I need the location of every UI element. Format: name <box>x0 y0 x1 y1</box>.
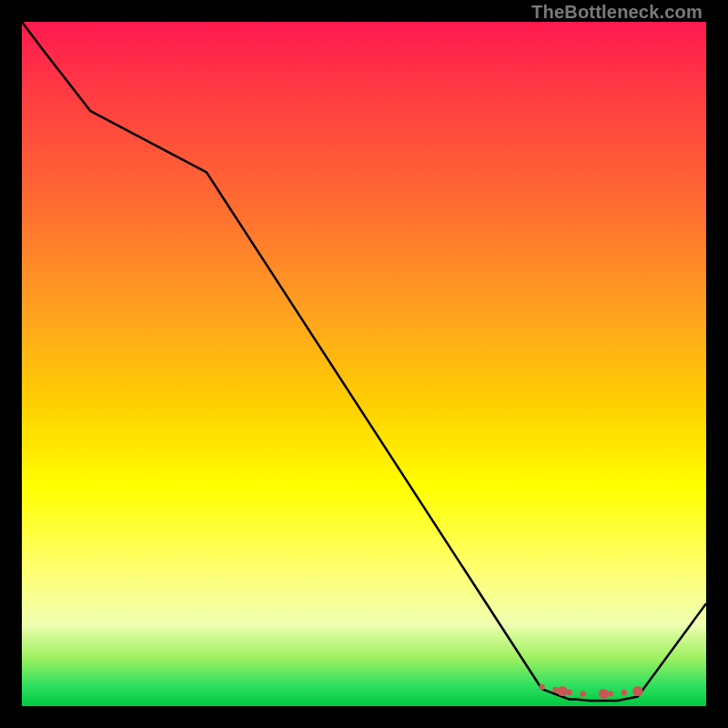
data-line <box>22 22 706 701</box>
marker-dot <box>580 691 585 696</box>
chart-frame: TheBottleneck.com <box>0 0 728 728</box>
marker-dot <box>632 686 642 696</box>
marker-dot <box>608 691 613 696</box>
watermark-text: TheBottleneck.com <box>531 2 703 23</box>
marker-dot <box>599 689 609 699</box>
marker-dot <box>566 690 571 695</box>
data-markers <box>539 684 642 699</box>
marker-dot <box>622 690 627 695</box>
marker-dot <box>539 684 544 690</box>
marker-dot <box>558 686 568 696</box>
chart-overlay <box>0 0 728 728</box>
curve <box>22 22 706 701</box>
